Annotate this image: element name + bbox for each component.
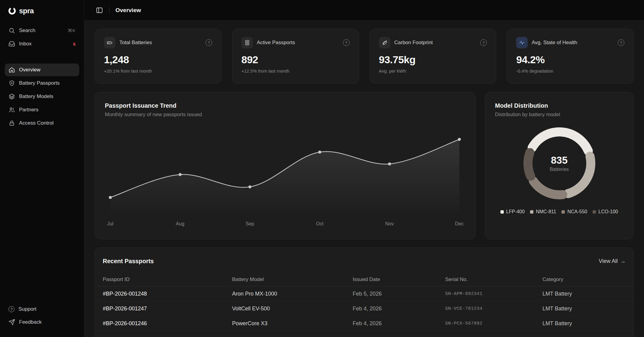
legend-swatch: [593, 210, 596, 214]
donut-legend: LFP-400 NMC-811 NCA-550 LCO-100: [495, 209, 623, 214]
view-all-label: View All: [599, 258, 618, 264]
sidebar-item-label: Feedback: [19, 319, 42, 325]
table-header-bar: Recent Passports View All →: [95, 258, 633, 265]
stat-card-active-passports: Active Passports ? 892 +12.5% from last …: [232, 29, 359, 84]
panel-left-icon[interactable]: [96, 7, 103, 14]
stat-subtext: +20.1% from last month: [104, 68, 212, 74]
cell-passport-id: #BP-2026-001248: [103, 291, 232, 297]
brand-logo[interactable]: spra: [5, 7, 79, 15]
app-root: spra Search ⌘K Inbox 6 Overvie: [0, 0, 644, 337]
table-title: Recent Passports: [103, 258, 154, 265]
svg-text:Oct: Oct: [316, 221, 324, 226]
stat-card-header: Carbon Footprint ?: [379, 37, 487, 48]
sidebar-item-feedback[interactable]: Feedback: [5, 316, 79, 329]
stat-card-total-batteries: Total Batteries ? 1,248 +20.1% from last…: [95, 29, 222, 84]
stats-row: Total Batteries ? 1,248 +20.1% from last…: [95, 29, 634, 84]
stat-card-header: Avg. State of Health ?: [516, 37, 624, 48]
sidebar-item-label: Partners: [19, 107, 38, 113]
cell-issued-date: Feb 4, 2026: [353, 320, 445, 327]
help-icon[interactable]: ?: [205, 39, 212, 46]
sidebar: spra Search ⌘K Inbox 6 Overvie: [0, 0, 84, 337]
column-header-serial-no: Serial No.: [445, 276, 542, 283]
view-all-link[interactable]: View All →: [599, 258, 626, 264]
table-row[interactable]: #BP-2026-001246 PowerCore X3 Feb 4, 2026…: [95, 316, 633, 331]
stat-card-header: Total Batteries ?: [104, 37, 212, 48]
cell-issued-date: Feb 4, 2026: [353, 306, 445, 312]
legend-item-nca-550: NCA-550: [561, 209, 587, 214]
sidebar-item-partners[interactable]: Partners: [5, 103, 79, 116]
sidebar-item-label: Access Control: [19, 120, 53, 126]
stat-subtext: -0.4% degradation: [516, 68, 624, 74]
trend-card-subtitle: Monthly summary of new passports issued: [105, 112, 465, 118]
legend-label: LCO-100: [598, 209, 618, 214]
stat-title: Avg. State of Health: [532, 40, 577, 46]
stat-value: 1,248: [104, 54, 212, 66]
legend-label: NCA-550: [567, 209, 587, 214]
stat-title: Active Passports: [257, 40, 295, 46]
battery-icon: [107, 40, 113, 46]
stat-value: 892: [241, 54, 350, 66]
model-card-title: Model Distribution: [495, 102, 623, 109]
help-icon[interactable]: ?: [618, 39, 624, 46]
inbox-badge: 6: [73, 41, 76, 47]
cell-category: LMT Battery: [542, 320, 626, 327]
legend-swatch: [500, 210, 504, 214]
lock-icon: [8, 120, 15, 126]
donut-chart: [519, 123, 600, 204]
trend-chart: JulAugSepOctNovDec: [105, 122, 465, 229]
table-column-headers: Passport ID Battery Model Issued Date Se…: [95, 273, 633, 286]
users-icon: [8, 106, 15, 113]
sidebar-item-inbox[interactable]: Inbox 6: [5, 38, 79, 50]
stat-card-carbon-footprint: Carbon Footprint ? 93.75kg Avg. per kWh: [370, 29, 497, 84]
topbar: Overview: [84, 0, 644, 21]
arrow-right-icon: →: [620, 258, 626, 264]
sidebar-item-overview[interactable]: Overview: [5, 64, 79, 76]
sidebar-nav: Overview Battery Passports Battery Model…: [5, 64, 79, 130]
stat-icon-box: [516, 37, 528, 48]
leaf-icon: [382, 40, 388, 46]
table-row[interactable]: #BP-2026-001247 VoltCell EV-500 Feb 4, 2…: [95, 301, 633, 316]
search-button[interactable]: Search ⌘K: [5, 24, 79, 37]
cell-serial-no: SN-VCE-781234: [445, 306, 542, 311]
donut-chart-area: 835 Batteries: [519, 123, 600, 204]
sidebar-item-label: Overview: [19, 67, 40, 73]
legend-swatch: [530, 210, 533, 214]
stat-subtext: +12.5% from last month: [241, 68, 350, 74]
help-icon[interactable]: ?: [480, 39, 487, 46]
question-circle-icon: ?: [8, 306, 15, 312]
trend-chart-area: JulAugSepOctNovDec: [105, 122, 465, 229]
search-label: Search: [19, 28, 35, 34]
svg-text:Dec: Dec: [455, 221, 464, 226]
svg-text:Nov: Nov: [385, 221, 394, 226]
activity-icon: [519, 40, 525, 46]
search-icon: [8, 27, 15, 34]
layers-icon: [8, 93, 15, 100]
legend-item-lco-100: LCO-100: [593, 209, 618, 214]
sidebar-item-battery-passports[interactable]: Battery Passports: [5, 77, 79, 90]
legend-label: NMC-811: [536, 209, 556, 214]
inbox-icon: [8, 41, 15, 47]
column-header-category: Category: [542, 276, 626, 283]
stat-value: 93.75kg: [379, 54, 487, 66]
home-icon: [8, 67, 15, 73]
send-icon: [8, 319, 15, 326]
sidebar-item-battery-models[interactable]: Battery Models: [5, 90, 79, 103]
cell-battery-model: VoltCell EV-500: [232, 306, 353, 312]
charts-row: Passport Issuance Trend Monthly summary …: [95, 92, 634, 239]
cell-passport-id: #BP-2026-001246: [103, 320, 232, 327]
main-area: Overview Total Batteries ? 1,248: [84, 0, 644, 337]
stat-icon-box: [241, 37, 253, 48]
sidebar-item-support[interactable]: ? Support: [5, 303, 79, 315]
legend-item-lfp-400: LFP-400: [500, 209, 525, 214]
stat-title: Carbon Footprint: [394, 40, 433, 46]
stat-value: 94.2%: [516, 54, 624, 66]
cell-battery-model: PowerCore X3: [232, 320, 353, 327]
passport-icon: [244, 40, 250, 46]
table-row[interactable]: #BP-2026-001248 Aron Pro MX-1000 Feb 5, …: [95, 286, 633, 301]
stat-title: Total Batteries: [119, 40, 152, 46]
help-icon[interactable]: ?: [343, 39, 350, 46]
legend-label: LFP-400: [506, 209, 525, 214]
sidebar-item-access-control[interactable]: Access Control: [5, 117, 79, 129]
passport-issuance-trend-card: Passport Issuance Trend Monthly summary …: [95, 92, 476, 239]
battery-passport-icon: [8, 80, 15, 87]
